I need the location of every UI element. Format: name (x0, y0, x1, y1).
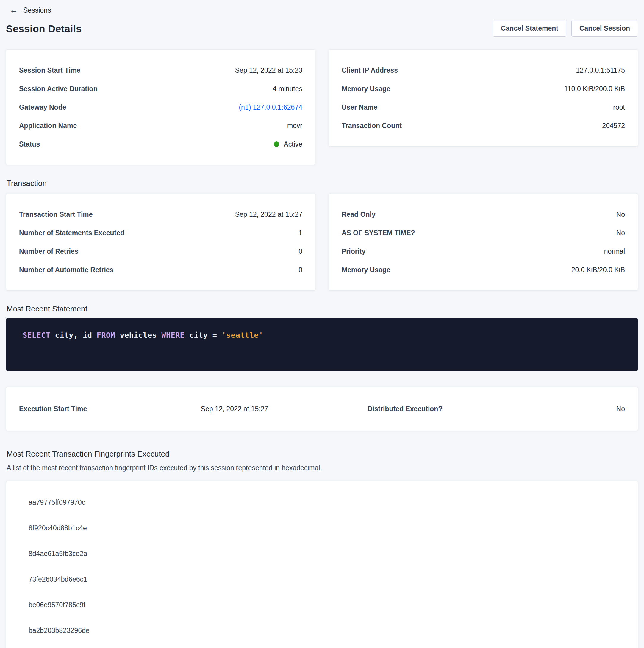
action-buttons: Cancel Statement Cancel Session (493, 20, 638, 36)
row-label: Session Start Time (19, 66, 81, 74)
sql-token: 'seattle' (222, 331, 264, 339)
statement-section-heading: Most Recent Statement (7, 304, 638, 313)
summary-row: Number of Automatic Retries 0 (6, 261, 315, 279)
summary-row: Session Start Time Sep 12, 2022 at 15:23 (6, 61, 315, 79)
execution-row: Execution Start Time Sep 12, 2022 at 15:… (6, 387, 638, 431)
sql-token: city = (184, 331, 221, 339)
status-active-dot-icon (274, 142, 279, 147)
summary-row: Client IP Address 127.0.0.1:51175 (329, 61, 638, 79)
summary-row: Transaction Count 204572 (329, 116, 638, 135)
sql-token: FROM (97, 331, 115, 339)
row-value: No (616, 211, 625, 219)
summary-row: Transaction Start Time Sep 12, 2022 at 1… (6, 205, 315, 224)
summary-row: Read Only No (329, 205, 638, 224)
row-value: 204572 (602, 122, 625, 130)
client-info-card: Client IP Address 127.0.0.1:51175 Memory… (329, 49, 638, 147)
row-value: 4 minutes (273, 85, 302, 93)
summary-row: Application Name movr (6, 116, 315, 135)
status-badge: Active (274, 140, 302, 148)
status-text: Active (284, 140, 302, 148)
fingerprint-item: ba2b203b823296de (6, 617, 638, 643)
row-label: User Name (342, 103, 377, 111)
row-value: 0 (298, 266, 302, 274)
row-label: Priority (342, 248, 366, 256)
transaction-stats-card: Transaction Start Time Sep 12, 2022 at 1… (6, 194, 315, 291)
distributed-execution-label: Distributed Execution? (367, 405, 537, 413)
row-value: 0 (298, 248, 302, 256)
title-row: Session Details Cancel Statement Cancel … (6, 20, 638, 38)
row-value: movr (287, 122, 302, 130)
summary-row: Number of Statements Executed 1 (6, 224, 315, 242)
row-value: Sep 12, 2022 at 15:23 (235, 66, 302, 74)
execution-info-card: Execution Start Time Sep 12, 2022 at 15:… (6, 387, 638, 431)
back-arrow-icon: ← (9, 6, 18, 14)
summary-row: Number of Retries 0 (6, 242, 315, 261)
row-label: Memory Usage (342, 85, 391, 93)
cancel-session-button[interactable]: Cancel Session (571, 20, 638, 36)
sql-token: vehicles (115, 331, 162, 339)
sql-token: SELECT (22, 331, 50, 339)
row-value: normal (604, 248, 625, 256)
row-label: AS OF SYSTEM TIME? (342, 229, 415, 237)
fingerprint-item: be06e9570f785c9f (6, 592, 638, 617)
summary-row: User Name root (329, 98, 638, 116)
summary-row: AS OF SYSTEM TIME? No (329, 224, 638, 242)
sql-statement-box: SELECT city, id FROM vehicles WHERE city… (6, 318, 638, 371)
fingerprint-item: 8d4ae61a5fb3ce2a (6, 541, 638, 566)
row-value: 110.0 KiB/200.0 KiB (564, 85, 625, 93)
cancel-statement-button[interactable]: Cancel Statement (493, 20, 566, 36)
row-label: Gateway Node (19, 103, 66, 111)
page-title: Session Details (6, 23, 81, 35)
row-value: 20.0 KiB/20.0 KiB (571, 266, 625, 274)
row-label: Status (19, 140, 40, 148)
row-value: root (613, 103, 625, 111)
fingerprints-description: A list of the most recent transaction fi… (7, 464, 638, 472)
fingerprints-section-heading: Most Recent Transaction Fingerprints Exe… (7, 449, 638, 458)
row-label: Application Name (19, 122, 77, 130)
sql-token: WHERE (162, 331, 185, 339)
transaction-props-card: Read Only No AS OF SYSTEM TIME? No Prior… (329, 194, 638, 291)
row-label: Transaction Count (342, 122, 402, 130)
row-label: Read Only (342, 211, 375, 219)
fingerprint-item: aa79775ff097970c (6, 490, 638, 515)
row-label: Number of Statements Executed (19, 229, 124, 237)
transaction-section-heading: Transaction (7, 179, 638, 187)
fingerprints-card: aa79775ff097970c 8f920c40d88b1c4e 8d4ae6… (6, 481, 638, 648)
session-details-page: ← Sessions Session Details Cancel Statem… (0, 0, 644, 648)
gateway-node-link[interactable]: (n1) 127.0.0.1:62674 (239, 103, 302, 111)
row-label: Session Active Duration (19, 85, 98, 93)
summary-row: Session Active Duration 4 minutes (6, 79, 315, 98)
row-label: Number of Automatic Retries (19, 266, 113, 274)
sql-statement-text: SELECT city, id FROM vehicles WHERE city… (22, 331, 622, 340)
transaction-cards: Transaction Start Time Sep 12, 2022 at 1… (6, 194, 638, 291)
fingerprint-item: 8f920c40d88b1c4e (6, 515, 638, 541)
row-label: Client IP Address (342, 66, 398, 74)
execution-start-label: Execution Start Time (19, 405, 201, 413)
back-link-label: Sessions (23, 6, 51, 14)
summary-row: Priority normal (329, 242, 638, 261)
row-label: Transaction Start Time (19, 211, 93, 219)
fingerprint-item: 73fe26034bd6e6c1 (6, 566, 638, 592)
summary-row: Status Active (6, 135, 315, 153)
session-summary-cards: Session Start Time Sep 12, 2022 at 15:23… (6, 49, 638, 165)
summary-row: Memory Usage 110.0 KiB/200.0 KiB (329, 79, 638, 98)
sql-token: city, id (50, 331, 97, 339)
row-value: 1 (298, 229, 302, 237)
row-label: Memory Usage (342, 266, 391, 274)
session-info-card: Session Start Time Sep 12, 2022 at 15:23… (6, 49, 315, 165)
distributed-execution-value: No (537, 405, 625, 413)
back-to-sessions-link[interactable]: ← Sessions (9, 6, 51, 14)
summary-row: Gateway Node (n1) 127.0.0.1:62674 (6, 98, 315, 116)
execution-start-value: Sep 12, 2022 at 15:27 (201, 405, 367, 413)
summary-row: Memory Usage 20.0 KiB/20.0 KiB (329, 261, 638, 279)
row-value: Sep 12, 2022 at 15:27 (235, 211, 302, 219)
row-value: No (616, 229, 625, 237)
row-label: Number of Retries (19, 248, 78, 256)
row-value: 127.0.0.1:51175 (576, 66, 625, 74)
